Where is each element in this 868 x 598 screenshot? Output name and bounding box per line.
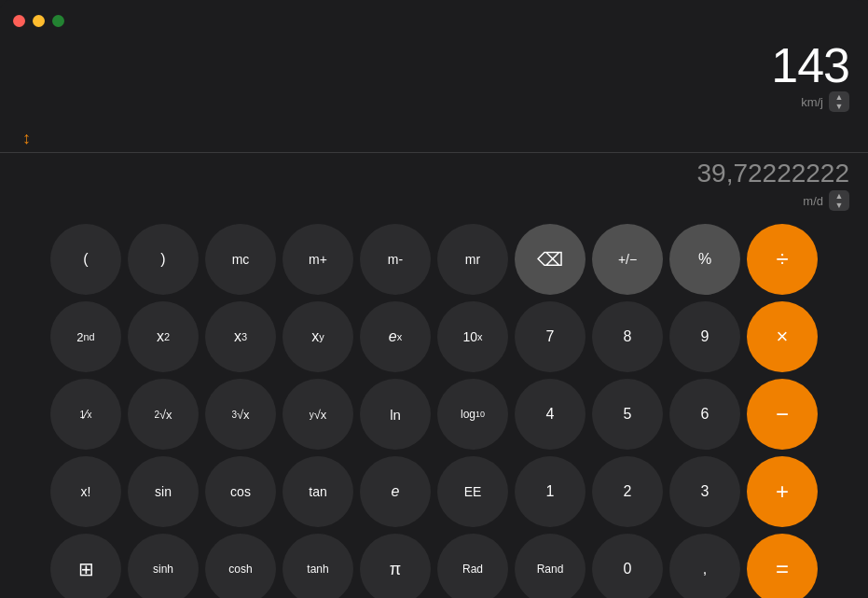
minimize-button[interactable] xyxy=(33,15,45,27)
close-button[interactable] xyxy=(13,15,25,27)
keypad-row-4: x! sin cos tan e EE 1 2 3 + xyxy=(9,456,859,527)
tan-button[interactable]: tan xyxy=(282,456,353,527)
x3-button[interactable]: x3 xyxy=(205,301,276,372)
primary-unit: km/j xyxy=(801,95,823,109)
keypad: ( ) mc m+ m- mr ⌫ +/− % ÷ 2nd x2 x3 xy e… xyxy=(0,218,868,598)
mc-button[interactable]: mc xyxy=(205,224,276,295)
sin-button[interactable]: sin xyxy=(128,456,199,527)
keypad-row-3: 1⁄x 2√x 3√x y√x ln log10 4 5 6 − xyxy=(9,379,859,450)
add-button[interactable]: + xyxy=(747,456,818,527)
plus-minus-button[interactable]: +/− xyxy=(592,224,663,295)
m-plus-button[interactable]: m+ xyxy=(282,224,353,295)
rand-button[interactable]: Rand xyxy=(515,534,586,598)
0-button[interactable]: 0 xyxy=(592,534,663,598)
sqrt3-button[interactable]: 3√x xyxy=(205,379,276,450)
paren-open-button[interactable]: ( xyxy=(50,224,121,295)
keypad-row-5: ⊞ sinh cosh tanh π Rad Rand 0 , = xyxy=(9,534,859,598)
xy-button[interactable]: xy xyxy=(282,301,353,372)
e-button[interactable]: e xyxy=(360,456,431,527)
ln-button[interactable]: ln xyxy=(360,379,431,450)
secondary-display: 39,72222222 xyxy=(0,159,868,188)
primary-display: 143 xyxy=(771,41,849,90)
divide-button[interactable]: ÷ xyxy=(747,224,818,295)
divider xyxy=(0,152,868,153)
equals-button[interactable]: = xyxy=(747,534,818,598)
secondary-unit-stepper[interactable]: ▲ ▼ xyxy=(829,190,849,211)
subtract-button[interactable]: − xyxy=(747,379,818,450)
10x-button[interactable]: 10x xyxy=(437,301,508,372)
2nd-button[interactable]: 2nd xyxy=(50,301,121,372)
2-button[interactable]: 2 xyxy=(592,456,663,527)
ee-button[interactable]: EE xyxy=(437,456,508,527)
pi-button[interactable]: π xyxy=(360,534,431,598)
multiply-button[interactable]: × xyxy=(747,301,818,372)
ex-button[interactable]: ex xyxy=(360,301,431,372)
mr-button[interactable]: mr xyxy=(437,224,508,295)
factorial-button[interactable]: x! xyxy=(50,456,121,527)
x2-button[interactable]: x2 xyxy=(128,301,199,372)
sinh-button[interactable]: sinh xyxy=(128,534,199,598)
backspace-button[interactable]: ⌫ xyxy=(515,224,586,295)
sort-icon[interactable]: ↕ xyxy=(22,129,31,148)
4-button[interactable]: 4 xyxy=(515,379,586,450)
6-button[interactable]: 6 xyxy=(669,379,740,450)
inv-x-button[interactable]: 1⁄x xyxy=(50,379,121,450)
5-button[interactable]: 5 xyxy=(592,379,663,450)
keypad-row-1: ( ) mc m+ m- mr ⌫ +/− % ÷ xyxy=(9,224,859,295)
primary-unit-stepper[interactable]: ▲ ▼ xyxy=(829,91,849,112)
tanh-button[interactable]: tanh xyxy=(282,534,353,598)
percent-button[interactable]: % xyxy=(669,224,740,295)
cosh-button[interactable]: cosh xyxy=(205,534,276,598)
log10-button[interactable]: log10 xyxy=(437,379,508,450)
history-row: ↕ xyxy=(0,123,868,152)
maximize-button[interactable] xyxy=(52,15,64,27)
secondary-unit: m/d xyxy=(803,194,823,208)
sqrty-button[interactable]: y√x xyxy=(282,379,353,450)
sqrt2-button[interactable]: 2√x xyxy=(128,379,199,450)
8-button[interactable]: 8 xyxy=(592,301,663,372)
keypad-row-2: 2nd x2 x3 xy ex 10x 7 8 9 × xyxy=(9,301,859,372)
rad-button[interactable]: Rad xyxy=(437,534,508,598)
cos-button[interactable]: cos xyxy=(205,456,276,527)
7-button[interactable]: 7 xyxy=(515,301,586,372)
comma-button[interactable]: , xyxy=(669,534,740,598)
3-button[interactable]: 3 xyxy=(669,456,740,527)
9-button[interactable]: 9 xyxy=(669,301,740,372)
paren-close-button[interactable]: ) xyxy=(128,224,199,295)
m-minus-button[interactable]: m- xyxy=(360,224,431,295)
titlebar xyxy=(0,0,868,41)
calculator-mode-button[interactable]: ⊞ xyxy=(50,534,121,598)
1-button[interactable]: 1 xyxy=(515,456,586,527)
display-area: 143 km/j ▲ ▼ xyxy=(0,41,868,123)
